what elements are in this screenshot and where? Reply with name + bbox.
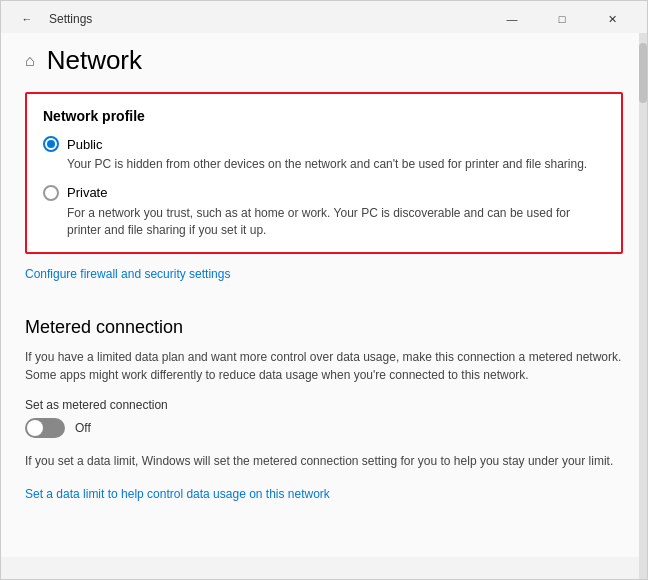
toggle-state-label: Off <box>75 421 91 435</box>
public-radio-button[interactable] <box>43 136 59 152</box>
metered-connection-description: If you have a limited data plan and want… <box>25 348 623 384</box>
metered-toggle-row: Off <box>25 418 623 438</box>
set-metered-label: Set as metered connection <box>25 398 623 412</box>
public-label: Public <box>67 137 102 152</box>
network-profile-section: Network profile Public Your PC is hidden… <box>1 92 647 317</box>
public-description: Your PC is hidden from other devices on … <box>67 156 605 173</box>
page-title: Network <box>47 45 142 76</box>
metered-bottom-description: If you set a data limit, Windows will se… <box>25 452 623 470</box>
title-bar: ← Settings — □ ✕ <box>1 1 647 33</box>
back-button[interactable]: ← <box>13 3 41 35</box>
close-button[interactable]: ✕ <box>589 3 635 35</box>
metered-toggle[interactable] <box>25 418 65 438</box>
minimize-button[interactable]: — <box>489 3 535 35</box>
metered-connection-title: Metered connection <box>25 317 623 338</box>
maximize-button[interactable]: □ <box>539 3 585 35</box>
home-icon[interactable]: ⌂ <box>25 52 35 70</box>
private-radio-option[interactable]: Private <box>43 185 605 201</box>
title-bar-controls: — □ ✕ <box>489 3 635 35</box>
public-radio-option[interactable]: Public <box>43 136 605 152</box>
data-limit-link[interactable]: Set a data limit to help control data us… <box>25 487 330 501</box>
title-bar-title: Settings <box>49 12 92 26</box>
network-profile-card-title: Network profile <box>43 108 605 124</box>
private-radio-button[interactable] <box>43 185 59 201</box>
network-profile-card: Network profile Public Your PC is hidden… <box>25 92 623 254</box>
metered-connection-section: Metered connection If you have a limited… <box>1 317 647 537</box>
private-description: For a network you trust, such as at home… <box>67 205 605 239</box>
scrollbar-thumb[interactable] <box>639 43 647 103</box>
scrollbar-track[interactable] <box>639 33 647 579</box>
content-area: ⌂ Network Network profile Public Your PC… <box>1 33 647 557</box>
firewall-settings-link[interactable]: Configure firewall and security settings <box>25 267 230 281</box>
private-label: Private <box>67 185 107 200</box>
title-bar-left: ← Settings <box>13 3 92 35</box>
page-header: ⌂ Network <box>1 33 647 92</box>
